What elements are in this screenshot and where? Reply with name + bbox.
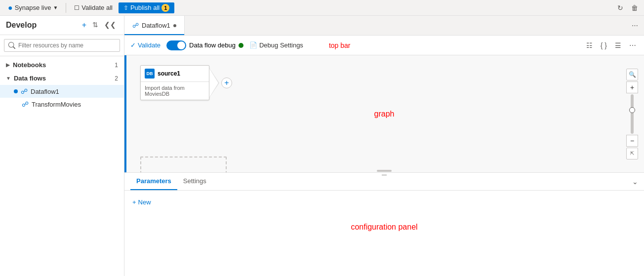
validate-label: Validate all <box>81 4 113 11</box>
main-layout: Develop + ⇅ ❮❮ ▶ Notebooks 1 <box>0 16 644 276</box>
tab-settings[interactable]: Settings <box>177 173 212 190</box>
dataflows-section-header[interactable]: ▼ Data flows 2 <box>0 72 124 85</box>
table-view-button[interactable]: ☷ <box>584 39 595 51</box>
bottom-panel: — Parameters Settings ⌄ + New <box>124 172 644 276</box>
sidebar-search <box>0 35 124 56</box>
config-annotation: configuration panel <box>130 208 638 246</box>
source-arrow <box>209 65 221 100</box>
add-node-button[interactable]: + <box>221 78 232 88</box>
dataflow-icon-2: ☍ <box>22 100 29 108</box>
sidebar-title: Develop <box>6 21 37 30</box>
dataflows-label: Data flows <box>14 75 46 82</box>
chevron-down-icon: ▼ <box>53 5 58 10</box>
sidebar: Develop + ⇅ ❮❮ ▶ Notebooks 1 <box>0 16 124 276</box>
top-bar: ● Synapse live ▼ ☐ Validate all ⇧ Publis… <box>0 0 644 16</box>
validate-label: Validate <box>138 41 161 49</box>
zoom-out-button[interactable]: − <box>626 135 638 147</box>
dataflow-icon: ☍ <box>21 87 28 95</box>
source-card-body: Import data from MoviesDB <box>141 82 209 100</box>
source-description: Import data from MoviesDB <box>145 85 185 97</box>
dataflow-debug-toggle: Data flow debug <box>166 40 243 50</box>
zoom-in-button[interactable]: + <box>626 81 638 93</box>
debug-settings-button[interactable]: 📄 Debug Settings <box>249 41 303 49</box>
divider-1 <box>66 3 66 13</box>
debug-settings-label: Debug Settings <box>259 41 303 49</box>
tab-dataflow1[interactable]: ☍ Dataflow1 <box>124 16 185 35</box>
active-indicator <box>14 89 18 93</box>
sidebar-header: Develop + ⇅ ❮❮ <box>0 16 124 35</box>
search-input[interactable] <box>4 39 120 52</box>
dataflow-debug-label: Data flow debug <box>189 41 236 49</box>
topbar-annotation: top bar <box>329 41 351 49</box>
publish-label: Publish all <box>130 4 160 11</box>
debug-toggle-switch[interactable] <box>166 40 186 50</box>
graph-canvas[interactable]: DB source1 Import data from MoviesDB <box>124 55 644 172</box>
debug-settings-icon: 📄 <box>249 41 257 49</box>
tab-more-button[interactable]: ⋯ <box>626 22 644 29</box>
sidebar-item-dataflow1[interactable]: ☍ Dataflow1 <box>0 85 124 98</box>
graph-annotation: graph <box>374 110 395 118</box>
sidebar-item-transformmovies[interactable]: ☍ TransformMovies <box>0 98 124 111</box>
add-source-box[interactable]: Add Source <box>140 157 227 172</box>
plus-icon: + <box>132 198 136 206</box>
collapse-button[interactable]: ❮❮ <box>102 20 118 31</box>
publish-badge: 1 <box>161 4 169 12</box>
publish-icon: ⇧ <box>123 4 128 11</box>
zoom-slider[interactable] <box>631 94 634 134</box>
validate-all-button[interactable]: ☐ Validate all <box>70 3 117 12</box>
svg-marker-1 <box>209 69 218 97</box>
checkmark-icon: ✓ <box>130 41 136 49</box>
parameters-tab-label: Parameters <box>136 177 171 185</box>
sidebar-nav: ▶ Notebooks 1 ▼ Data flows 2 <box>0 56 124 276</box>
chevron-down-icon: ▼ <box>6 76 11 81</box>
add-connection: + <box>221 65 232 100</box>
notebooks-count: 1 <box>115 62 118 69</box>
source-title: source1 <box>158 70 180 77</box>
add-resource-button[interactable]: + <box>80 20 88 31</box>
toolbar-right-actions: ☷ { } ☰ ⋯ <box>584 39 638 51</box>
publish-all-button[interactable]: ⇧ Publish all 1 <box>119 2 174 13</box>
db-icon: DB <box>145 69 155 79</box>
add-source-label: Add Source <box>167 171 201 172</box>
dataflows-count: 2 <box>115 75 118 82</box>
search-zoom-button[interactable]: 🔍 <box>626 69 638 80</box>
settings-icon-button[interactable]: ☰ <box>613 39 623 51</box>
code-view-button[interactable]: { } <box>599 39 609 51</box>
zoom-controls: 🔍 + − ⇱ <box>626 69 638 159</box>
drag-handle[interactable]: — <box>377 170 392 172</box>
topbar-right: ↻ 🗑 <box>615 2 640 14</box>
dataflows-section: ▼ Data flows 2 ☍ Dataflow1 ☍ TransformMo… <box>0 72 124 111</box>
tab-bar: ☍ Dataflow1 ⋯ <box>124 16 644 36</box>
refresh-button[interactable]: ↻ <box>615 2 625 14</box>
synapse-live-button[interactable]: ● Synapse live ▼ <box>4 2 62 13</box>
validate-icon: ☐ <box>74 4 80 11</box>
chevron-right-icon: ▶ <box>6 62 10 68</box>
source-card-header: DB source1 <box>141 66 209 82</box>
content-area: ☍ Dataflow1 ⋯ ✓ Validate Data flow debug… <box>124 16 644 276</box>
discard-button[interactable]: 🗑 <box>629 2 640 14</box>
tab-parameters[interactable]: Parameters <box>130 173 177 190</box>
synapse-icon: ● <box>8 3 13 12</box>
notebooks-label: Notebooks <box>13 61 46 69</box>
synapse-label: Synapse live <box>15 4 51 11</box>
fit-button[interactable]: ⇱ <box>626 148 638 159</box>
validate-button[interactable]: ✓ Validate <box>130 41 161 49</box>
tab-dataflow1-label: Dataflow1 <box>142 22 170 29</box>
new-parameter-button[interactable]: + New <box>130 197 638 208</box>
sidebar-header-actions: + ⇅ ❮❮ <box>80 20 118 31</box>
bottom-panel-tabs: Parameters Settings ⌄ <box>124 173 644 191</box>
sort-button[interactable]: ⇅ <box>90 20 100 31</box>
zoom-thumb <box>629 107 635 113</box>
unsaved-indicator <box>173 24 176 27</box>
settings-tab-label: Settings <box>183 177 206 185</box>
bottom-panel-content: + New configuration panel <box>124 191 644 276</box>
editor-area: DB source1 Import data from MoviesDB <box>124 55 644 276</box>
more-options-button[interactable]: ⋯ <box>627 39 638 51</box>
notebooks-section-header[interactable]: ▶ Notebooks 1 <box>0 58 124 72</box>
accent-bar <box>124 55 126 172</box>
source-card[interactable]: DB source1 Import data from MoviesDB <box>140 65 209 100</box>
transformmovies-label: TransformMovies <box>32 101 81 108</box>
dataflow1-label: Dataflow1 <box>31 88 59 95</box>
panel-collapse-button[interactable]: ⌄ <box>632 178 638 186</box>
new-label: New <box>138 198 151 206</box>
